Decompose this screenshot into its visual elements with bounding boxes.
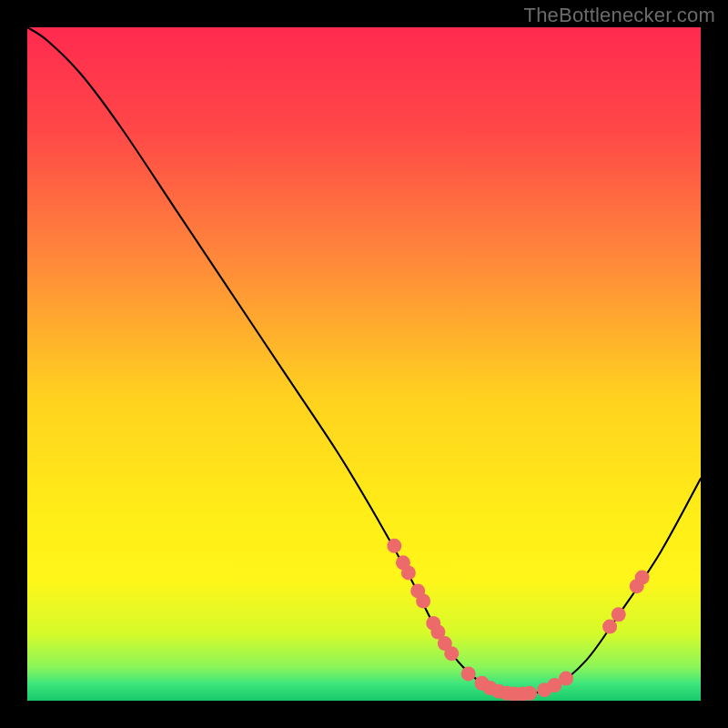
data-marker (635, 571, 650, 585)
data-marker (461, 666, 476, 681)
data-marker (416, 593, 430, 608)
data-marker (602, 620, 617, 634)
chart-frame: TheBottlenecker.com (0, 0, 728, 728)
data-marker (387, 539, 401, 553)
watermark-label: TheBottlenecker.com (524, 4, 715, 27)
data-marker (444, 646, 459, 661)
bottleneck-chart (27, 27, 701, 701)
data-marker (401, 565, 416, 580)
data-marker (559, 672, 573, 686)
plot-area (27, 27, 701, 701)
data-marker (612, 607, 626, 622)
data-marker (522, 686, 537, 701)
gradient-background (27, 27, 701, 701)
